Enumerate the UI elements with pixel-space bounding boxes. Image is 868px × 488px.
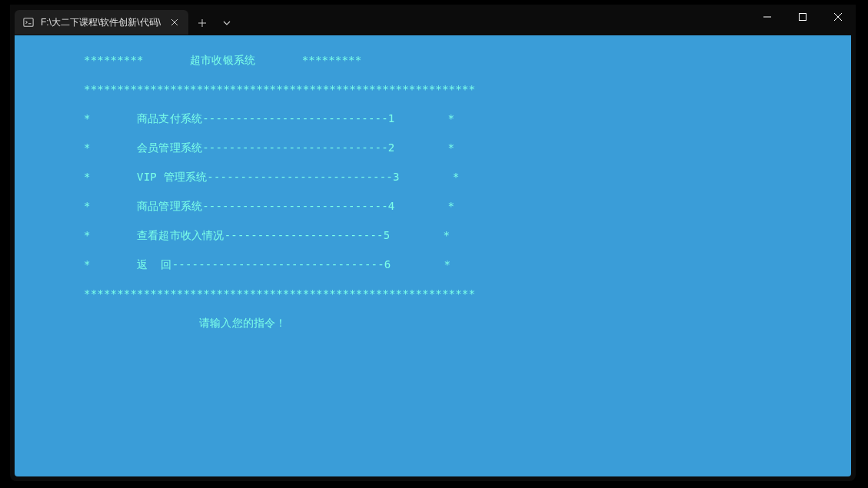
close-button[interactable] — [820, 5, 856, 29]
terminal-icon — [22, 16, 35, 28]
tab-active[interactable]: F:\大二下课程\软件创新\代码\ — [15, 10, 188, 35]
tab-title: F:\大二下课程\软件创新\代码\ — [41, 16, 161, 29]
svg-rect-1 — [800, 14, 806, 21]
titlebar: F:\大二下课程\软件创新\代码\ — [10, 5, 856, 35]
minimize-button[interactable] — [750, 5, 785, 29]
maximize-button[interactable] — [785, 5, 820, 29]
menu-item-5: * 查看超市收入情况------------------------5 * — [15, 228, 851, 243]
terminal-window: F:\大二下课程\软件创新\代码\ — [10, 5, 856, 481]
new-tab-button[interactable] — [191, 12, 213, 34]
terminal-output[interactable]: ********* 超市收银系统 ********* *************… — [15, 35, 851, 476]
input-prompt: 请输入您的指令！ — [15, 316, 851, 330]
tab-close-button[interactable] — [167, 15, 182, 30]
menu-item-4: * 商品管理系统----------------------------4 * — [15, 199, 851, 214]
divider-top: ****************************************… — [15, 82, 851, 97]
tab-dropdown-button[interactable] — [216, 12, 238, 34]
menu-item-1: * 商品支付系统----------------------------1 * — [15, 111, 851, 126]
tab-area: F:\大二下课程\软件创新\代码\ — [10, 5, 238, 35]
window-controls — [750, 5, 856, 31]
svg-rect-0 — [24, 18, 33, 27]
header-line: ********* 超市收银系统 ********* — [15, 53, 851, 68]
system-title: 超市收银系统 — [190, 54, 255, 66]
stars-right: ********* — [302, 54, 362, 66]
menu-item-2: * 会员管理系统----------------------------2 * — [15, 141, 851, 155]
divider-bottom: ****************************************… — [15, 287, 851, 301]
menu-item-6: * 返 回--------------------------------6 * — [15, 257, 851, 272]
stars-left: ********* — [84, 54, 144, 66]
menu-item-3: * VIP 管理系统----------------------------3 … — [15, 170, 851, 184]
